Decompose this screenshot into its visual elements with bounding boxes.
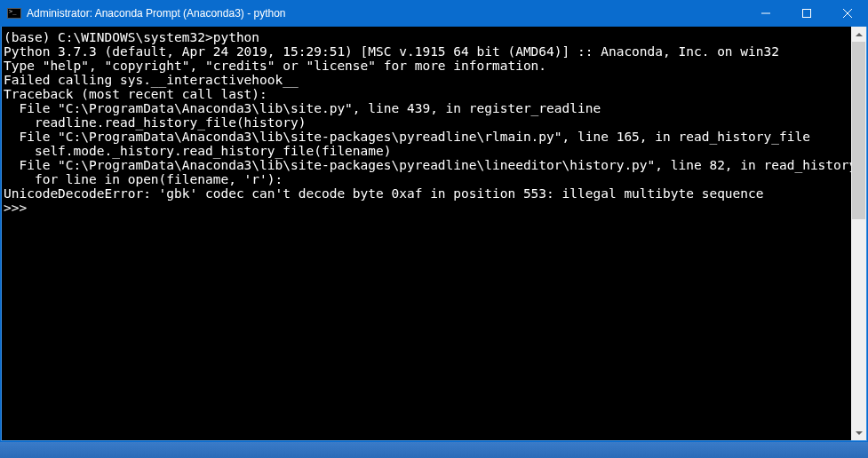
scroll-down-button[interactable] [851,425,866,440]
close-button[interactable] [827,0,868,27]
taskbar-sliver [0,442,868,458]
terminal-line: (base) C:\WINDOWS\system32>python [4,30,851,44]
client-area: (base) C:\WINDOWS\system32>pythonPython … [1,27,867,441]
maximize-icon [802,9,811,18]
terminal-line: File "C:\ProgramData\Anaconda3\lib\site-… [4,158,851,172]
terminal-output[interactable]: (base) C:\WINDOWS\system32>pythonPython … [2,27,851,440]
terminal-line: Type "help", "copyright", "credits" or "… [4,59,851,73]
window-titlebar[interactable]: Administrator: Anaconda Prompt (Anaconda… [0,0,868,27]
terminal-line: Failed calling sys.__interactivehook__ [4,73,851,87]
maximize-button[interactable] [786,0,827,27]
close-icon [843,9,852,18]
svg-rect-1 [803,10,811,18]
terminal-line: Traceback (most recent call last): [4,87,851,101]
terminal-line: for line in open(filename, 'r'): [4,172,851,186]
chevron-up-icon [856,33,863,36]
terminal-line: >>> [4,201,851,215]
terminal-line: File "C:\ProgramData\Anaconda3\lib\site-… [4,130,851,144]
vertical-scrollbar[interactable] [851,27,866,440]
minimize-button[interactable] [745,0,786,27]
window-title: Administrator: Anaconda Prompt (Anaconda… [27,7,745,20]
terminal-line: readline.read_history_file(history) [4,115,851,130]
scroll-up-button[interactable] [851,27,866,42]
terminal-line: UnicodeDecodeError: 'gbk' codec can't de… [4,186,851,201]
terminal-line: File "C:\ProgramData\Anaconda3\lib\site.… [4,101,851,115]
app-icon [7,8,21,19]
anaconda-prompt-window: Administrator: Anaconda Prompt (Anaconda… [0,0,868,442]
scroll-thumb[interactable] [852,42,865,219]
window-controls [745,0,868,27]
terminal-line: Python 3.7.3 (default, Apr 24 2019, 15:2… [4,44,851,59]
terminal-line: self.mode._history.read_history_file(fil… [4,144,851,158]
chevron-down-icon [856,431,863,435]
minimize-icon [761,9,770,18]
